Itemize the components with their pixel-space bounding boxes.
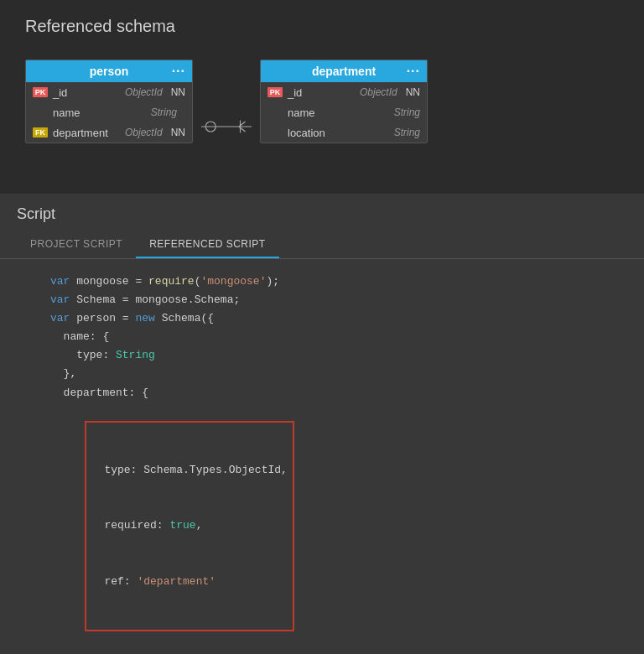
key-icon-person-id: PK [33, 87, 48, 97]
code-line-4: name: { [50, 328, 627, 346]
field-name-dept-id: _id [288, 86, 346, 99]
code-line-10: ref: 'department' [91, 573, 288, 591]
code-line-11: } [50, 650, 627, 654]
code-line-3: var person = new Schema({ [50, 309, 627, 328]
entity-person-menu[interactable]: ··· [172, 64, 185, 79]
script-tabs: PROJECT SCRIPT REFERENCED SCRIPT [0, 223, 644, 259]
script-container: Script PROJECT SCRIPT REFERENCED SCRIPT … [0, 194, 644, 654]
code-line-7: department: { [50, 384, 627, 402]
entity-person-row-name: name String [26, 102, 192, 122]
section-title: Referenced schema [25, 17, 619, 36]
entity-dept-name: department [312, 65, 376, 78]
field-type-person-id: ObjectId [125, 86, 163, 98]
entity-person: person ··· PK _id ObjectId NN name Strin… [25, 60, 193, 143]
tab-project-script[interactable]: PROJECT SCRIPT [17, 231, 136, 258]
code-line-5: type: String [50, 346, 627, 365]
field-nn-person-dept: NN [171, 127, 185, 138]
key-icon-dept-id: PK [267, 87, 283, 97]
script-title: Script [0, 194, 644, 223]
entity-dept-menu[interactable]: ··· [407, 64, 420, 79]
entity-person-row-dept: FK department ObjectId NN [26, 122, 192, 143]
field-type-person-name: String [151, 106, 177, 118]
tab-referenced-script[interactable]: REFERENCED SCRIPT [136, 231, 279, 258]
code-line-6: }, [50, 365, 627, 383]
entity-dept-row-name: name String [261, 102, 427, 122]
entity-person-header: person ··· [26, 60, 192, 82]
code-line-highlight-start: type: Schema.Types.ObjectId, required: t… [50, 402, 627, 650]
field-type-dept-id: ObjectId [360, 86, 397, 98]
connector-svg [201, 93, 252, 160]
entity-person-name: person [90, 65, 129, 78]
code-line-8: type: Schema.Types.ObjectId, [91, 461, 288, 480]
field-nn-dept-id: NN [406, 86, 420, 98]
code-area: var mongoose = require('mongoose'); var … [0, 259, 644, 654]
code-line-1: var mongoose = require('mongoose'); [50, 272, 627, 291]
field-type-dept-name: String [394, 106, 420, 118]
icon-dept-name [267, 107, 283, 117]
field-type-dept-location: String [394, 127, 420, 138]
entity-person-row-id: PK _id ObjectId NN [26, 82, 192, 102]
field-name-person-id: _id [53, 86, 112, 99]
field-name-dept-location: location [288, 127, 346, 139]
field-name-dept-name: name [288, 106, 346, 119]
entity-dept-row-id: PK _id ObjectId NN [261, 82, 427, 102]
entity-dept-row-location: location String [261, 122, 427, 143]
field-nn-person-id: NN [171, 86, 185, 98]
entity-department: department ··· PK _id ObjectId NN name S… [260, 60, 428, 143]
code-line-2: var Schema = mongoose.Schema; [50, 291, 627, 309]
diagram-area: person ··· PK _id ObjectId NN name Strin… [25, 51, 619, 185]
field-name-person-name: name [53, 106, 112, 119]
icon-person-name [33, 107, 48, 117]
code-line-9: required: true, [91, 516, 288, 535]
field-type-person-dept: ObjectId [125, 127, 163, 138]
top-section: Referenced schema person ··· PK _id Obje… [0, 0, 644, 194]
entity-dept-header: department ··· [261, 60, 427, 82]
connector [193, 85, 260, 169]
field-name-person-dept: department [53, 127, 112, 139]
icon-dept-location [267, 127, 283, 138]
fk-icon-person-dept: FK [33, 127, 48, 138]
